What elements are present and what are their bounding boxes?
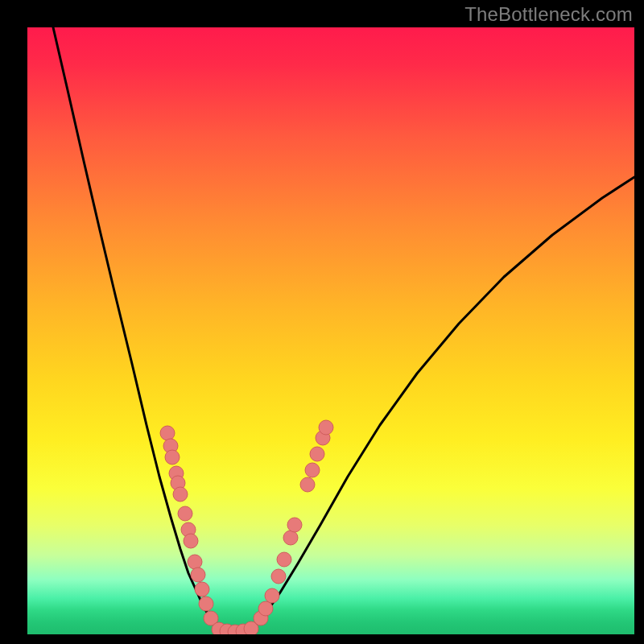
data-dot bbox=[310, 447, 324, 461]
data-dot bbox=[300, 477, 315, 492]
watermark-text: TheBottleneck.com bbox=[464, 3, 633, 26]
data-dots bbox=[160, 420, 333, 634]
data-dot bbox=[287, 518, 302, 532]
data-dot bbox=[258, 601, 273, 616]
data-dot bbox=[305, 463, 320, 477]
data-dot bbox=[199, 597, 213, 611]
plot-area bbox=[27, 27, 634, 634]
data-dot bbox=[283, 530, 298, 545]
data-dot bbox=[160, 426, 175, 440]
data-dot bbox=[178, 506, 192, 521]
data-dot bbox=[173, 487, 188, 502]
bottleneck-curve bbox=[53, 27, 634, 632]
data-dot bbox=[195, 582, 209, 597]
data-dot bbox=[265, 588, 279, 603]
data-dot bbox=[319, 420, 333, 435]
data-dot bbox=[271, 569, 286, 584]
outer-frame: TheBottleneck.com bbox=[0, 0, 644, 644]
data-dot bbox=[184, 534, 198, 548]
data-dot bbox=[165, 450, 180, 464]
data-dot bbox=[191, 568, 205, 582]
data-dot bbox=[188, 555, 202, 569]
chart-svg bbox=[27, 27, 634, 634]
v-curve-path bbox=[53, 27, 634, 632]
data-dot bbox=[277, 552, 291, 567]
